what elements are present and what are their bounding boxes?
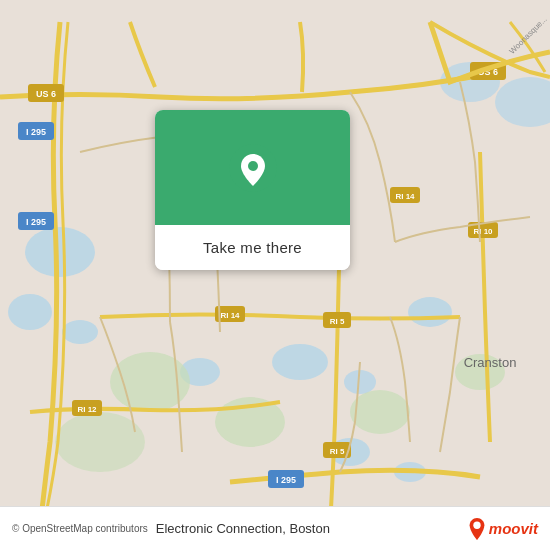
svg-text:RI 10: RI 10 xyxy=(473,227,493,236)
map-background: I 295 I 295 US 6 US 6 RI 14 RI 14 RI 5 R… xyxy=(0,0,550,550)
moovit-logo: moovit xyxy=(467,517,538,541)
svg-text:RI 5: RI 5 xyxy=(330,317,345,326)
bottom-bar: © OpenStreetMap contributors Electronic … xyxy=(0,506,550,550)
moovit-brand-text: moovit xyxy=(489,520,538,537)
svg-text:I 295: I 295 xyxy=(26,217,46,227)
map-container: I 295 I 295 US 6 US 6 RI 14 RI 14 RI 5 R… xyxy=(0,0,550,550)
svg-point-2 xyxy=(8,294,52,330)
svg-text:RI 14: RI 14 xyxy=(220,311,240,320)
svg-text:I 295: I 295 xyxy=(26,127,46,137)
svg-text:RI 5: RI 5 xyxy=(330,447,345,456)
location-pin-icon xyxy=(229,144,277,192)
svg-point-43 xyxy=(473,521,480,528)
svg-text:RI 12: RI 12 xyxy=(77,405,97,414)
location-card: Take me there xyxy=(155,110,350,270)
svg-point-14 xyxy=(350,390,410,434)
svg-text:Cranston: Cranston xyxy=(464,355,517,370)
svg-point-15 xyxy=(55,412,145,472)
moovit-logo-icon xyxy=(467,517,487,541)
osm-attribution: © OpenStreetMap contributors xyxy=(12,523,148,534)
svg-point-1 xyxy=(25,227,95,277)
card-map-preview xyxy=(155,110,350,225)
svg-point-3 xyxy=(62,320,98,344)
take-me-there-button[interactable]: Take me there xyxy=(155,225,350,270)
svg-point-42 xyxy=(248,161,258,171)
svg-point-7 xyxy=(408,297,452,327)
location-label: Electronic Connection, Boston xyxy=(156,521,330,536)
svg-text:US 6: US 6 xyxy=(36,89,56,99)
svg-point-5 xyxy=(272,344,328,380)
svg-text:RI 14: RI 14 xyxy=(395,192,415,201)
svg-text:I 295: I 295 xyxy=(276,475,296,485)
